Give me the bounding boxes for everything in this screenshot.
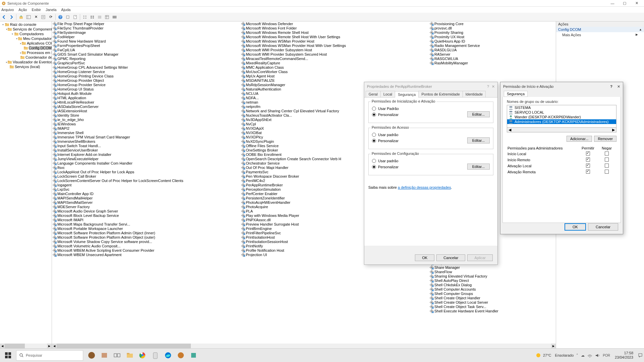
list-scrollbar[interactable]: ◀ ▶	[52, 344, 556, 348]
list-item[interactable]: logagent	[52, 183, 240, 187]
list-item[interactable]: Microsoft Windows Defender	[240, 21, 429, 26]
list-item[interactable]: Hotspot Auth Module	[52, 91, 240, 96]
list-item[interactable]: Microsoft Volume Shadow Copy Service sof…	[52, 239, 240, 244]
tree-node[interactable]: ▸Processos em Exe	[0, 50, 52, 55]
list-item[interactable]: Microsoft WMI Provider Subsystem Host	[240, 48, 429, 52]
list-item[interactable]: FsrmPropertiesPropSheet	[52, 43, 240, 48]
view-tool-2[interactable]	[111, 14, 118, 20]
list-item[interactable]: Shell ChkdskEx Dialog	[429, 283, 513, 287]
list-item[interactable]: RASGCWLUA	[429, 56, 513, 61]
perm-close-icon[interactable]: ✕	[617, 84, 620, 89]
tree-node[interactable]: Coordenador de t	[0, 55, 52, 60]
radio-g2-custom[interactable]: Personalizar Editar...	[372, 138, 490, 143]
onedrive-icon[interactable]: ☁	[581, 353, 585, 358]
user-list[interactable]: SISTEMASERVIÇO LOCALWander (DESKTOP-KCKR…	[507, 105, 616, 128]
list-item[interactable]: JumpViewExecuteHelper	[52, 157, 240, 161]
radio-g1-default[interactable]: Usar Padrão	[372, 107, 490, 111]
list-item[interactable]: Shell Create Object Task Serv...	[429, 304, 513, 309]
list-item[interactable]: MiracastTestRemoteCommandSend...	[240, 56, 429, 61]
user-row[interactable]: SISTEMA	[507, 105, 616, 110]
radio-g3-default[interactable]: Usar padrão	[372, 159, 490, 163]
show-tree-button[interactable]	[25, 14, 32, 20]
list-item[interactable]: Microsoft Audio Device Graph Server	[52, 209, 240, 213]
list-item[interactable]: Shell Execute Hardware Event Handler	[429, 309, 513, 313]
list-item[interactable]: MixedRealityCapture	[240, 61, 429, 65]
list-item[interactable]: GIDS Smart Card Simulator Manager	[52, 52, 240, 56]
allow-checkbox[interactable]	[586, 170, 590, 174]
radio-g2-default[interactable]: Usar padrão	[372, 133, 490, 137]
list-item[interactable]: LxpSvc	[52, 187, 240, 191]
list-item[interactable]: HomeGroup Provider Object	[52, 78, 240, 82]
info-link[interactable]: a definição dessas propriedades	[398, 185, 451, 189]
list-item[interactable]: Microsoft Windows Remote Shell Host	[240, 30, 429, 35]
list-item[interactable]: Microsoft IMAPI	[52, 218, 240, 222]
perm-help-icon[interactable]: ?	[610, 84, 612, 89]
menu-arquivo[interactable]: Arquivo	[1, 8, 14, 12]
list-item[interactable]: Microsoft Portable Workspace Launcher	[52, 226, 240, 231]
list-item[interactable]: Microsoft Block Level Backup Service	[52, 213, 240, 218]
view-list[interactable]	[96, 14, 103, 20]
radio-g3-custom[interactable]: Personalizar Editar...	[372, 164, 490, 170]
list-item[interactable]: RAServer	[429, 52, 513, 56]
list-item[interactable]: Share Manager	[429, 265, 513, 269]
menu-acao[interactable]: Ação	[18, 8, 27, 12]
list-item[interactable]: LockScreenContentServer Out of Proc Help…	[52, 178, 240, 183]
list-item[interactable]: Microsoft Windows WSMan Provider Host	[240, 39, 429, 43]
list-item[interactable]: MpUx Agent Host	[240, 74, 429, 78]
list-item[interactable]: Microsoft WBEM Active Scripting Event Co…	[52, 248, 240, 252]
view-icons-2[interactable]	[89, 14, 96, 20]
up-button[interactable]	[18, 14, 24, 20]
clock[interactable]: 17:58 23/04/2023	[613, 351, 635, 359]
list-item[interactable]: Identity Store	[52, 113, 240, 117]
list-item[interactable]: Language Components Installer Com Handle…	[52, 161, 240, 165]
help-button[interactable]: ?	[57, 14, 64, 20]
list-item[interactable]: RasMobilityManager	[429, 61, 513, 65]
list-item[interactable]: MAPISendMailHelper	[52, 196, 240, 200]
tool-btn-1[interactable]	[64, 14, 71, 20]
delete-button[interactable]: ✕	[33, 14, 39, 20]
language-indicator[interactable]: POR	[603, 354, 610, 357]
list-item[interactable]: Microsoft WBEM Unsecured Apartment	[52, 252, 240, 257]
list-item[interactable]: Radio Management Service	[429, 43, 513, 48]
minimize-button[interactable]: —	[606, 0, 619, 6]
list-item[interactable]: MainController App ID	[52, 191, 240, 196]
list-item[interactable]: Shell Create Object Handler	[429, 296, 513, 300]
perm-cancel-button[interactable]: Cancelar	[588, 223, 618, 231]
list-item[interactable]: File Prop Sheet Page Helper	[52, 21, 240, 26]
deny-checkbox[interactable]	[605, 164, 609, 168]
chrome-button[interactable]	[138, 350, 148, 360]
allow-checkbox[interactable]	[586, 158, 590, 162]
list-item[interactable]: MAPISendMailServer	[52, 200, 240, 204]
list-item[interactable]: FodHelper	[52, 35, 240, 39]
list-item[interactable]: Microsoft Windows Font Folder	[240, 26, 429, 30]
weather-widget[interactable]: 27°C Ensolarado	[535, 352, 574, 359]
list-item[interactable]: Found New Hardware Wizard	[52, 39, 240, 43]
add-user-button[interactable]: Adicionar...	[567, 136, 592, 142]
allow-checkbox[interactable]	[586, 152, 590, 156]
view-icons-1[interactable]	[82, 14, 88, 20]
edit-g1-button[interactable]: Editar...	[467, 111, 490, 117]
list-item[interactable]: HomeGroup UI Status	[52, 87, 240, 91]
task-app-2[interactable]	[99, 350, 109, 360]
list-item[interactable]: Shell Create Object Local Server	[429, 300, 513, 304]
list-item[interactable]: FwCplLUA	[52, 48, 240, 52]
list-item[interactable]: Immersive TPM Virtual Smart Card Manager	[52, 135, 240, 139]
allow-checkbox[interactable]	[586, 164, 590, 168]
list-item[interactable]: LockScreen Call Broker	[52, 174, 240, 178]
tree-node[interactable]: ▾Serviços de Componente	[0, 27, 52, 32]
maximize-button[interactable]: ▢	[619, 0, 631, 6]
list-item[interactable]: Sharing Elevated Virtual Factory	[429, 274, 513, 278]
props-help-icon[interactable]: ?	[487, 84, 489, 89]
list-item[interactable]: lfsvc	[52, 165, 240, 170]
tab-identidade[interactable]: Identidade	[463, 91, 486, 97]
list-item[interactable]: LockAppHost Out of Proc Helper for Lock …	[52, 170, 240, 174]
tab-local[interactable]: Local	[380, 91, 395, 97]
list-item[interactable]: Microsoft Windows WSMan Provider Host Wi…	[240, 43, 429, 48]
list-item[interactable]: Shell Computer Groups	[429, 291, 513, 296]
perm-tab[interactable]: Segurança	[504, 91, 528, 97]
wifi-icon[interactable]	[587, 353, 592, 358]
edit-g2-button[interactable]: Editar...	[467, 137, 490, 143]
list-item[interactable]: Microsoft WMI Provider Subsystem Secured…	[240, 52, 429, 56]
notifications-button[interactable]	[638, 350, 643, 360]
tree-node[interactable]: ▾Meu Computador	[0, 36, 52, 41]
